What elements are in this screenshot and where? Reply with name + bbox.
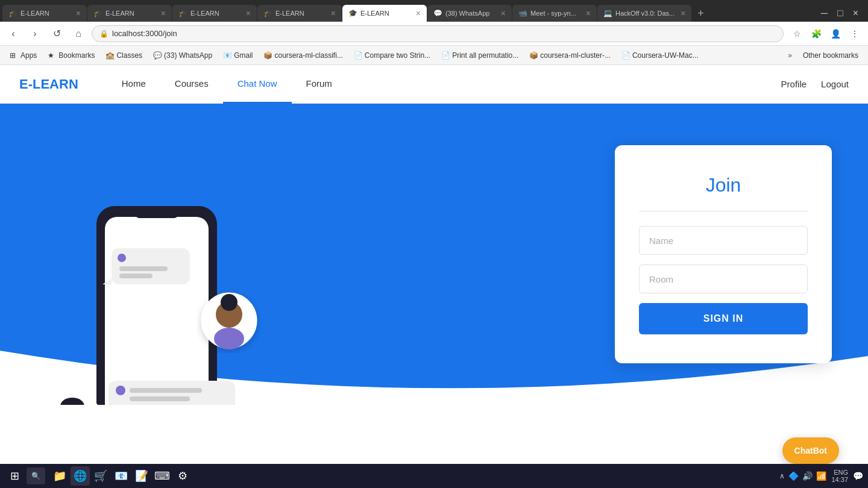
taskbar-lang: ENG	[834, 469, 848, 476]
wifi-icon[interactable]: 📶	[816, 471, 826, 481]
nav-forum[interactable]: Forum	[292, 65, 347, 104]
sign-in-button[interactable]: SIGN IN	[639, 303, 808, 334]
name-input[interactable]	[639, 226, 808, 255]
phone-screen-rect	[105, 217, 209, 405]
nav-logout[interactable]: Logout	[821, 79, 849, 89]
nav-courses[interactable]: Courses	[160, 65, 223, 104]
join-divider	[639, 211, 808, 211]
phone-illustration	[24, 200, 313, 405]
minimize-button[interactable]: ─	[819, 8, 830, 19]
taskbar: ⊞ 🔍 📁 🌐 🛒 📧 📝 ⌨ ⚙ ∧ 🔷 🔊 📶 ENG 14:37 💬	[0, 464, 868, 488]
phone-notch-rect	[136, 211, 178, 218]
chat-line-1	[119, 266, 168, 271]
avatar-top-body	[214, 328, 244, 349]
bookmark-compare[interactable]: 📄 Compare two Strin...	[349, 50, 435, 61]
refresh-button[interactable]: ↺	[48, 25, 65, 42]
bookmark-cluster[interactable]: 📦 coursera-ml-cluster-...	[524, 50, 615, 61]
github-icon-1: 📦	[263, 51, 272, 60]
bookmark-whatsapp[interactable]: 💬 (33) WhatsApp	[148, 50, 217, 61]
tab-5-title: E-LEARN	[360, 10, 410, 17]
tab-6-favicon: 💬	[433, 9, 442, 17]
new-tab-button[interactable]: +	[692, 5, 709, 22]
tab-7[interactable]: 📹 Meet - syp-yn... ×	[512, 5, 597, 22]
permutation-icon: 📄	[441, 51, 450, 60]
chat-line-3	[130, 388, 202, 393]
taskbar-time: 14:37	[831, 476, 848, 483]
phone-svg	[24, 200, 313, 405]
tab-7-close[interactable]: ×	[586, 8, 591, 18]
bookmark-permutation[interactable]: 📄 Print all permutatio...	[436, 50, 523, 61]
nav-profile[interactable]: Profile	[781, 79, 807, 89]
bookmark-classes[interactable]: 🏫 Classes	[101, 50, 147, 61]
nav-home[interactable]: Home	[107, 65, 160, 104]
join-title: Join	[639, 174, 808, 196]
tab-5-active[interactable]: 🎓 E-LEARN ×	[342, 5, 427, 22]
tab-5-close[interactable]: ×	[416, 8, 421, 18]
profile-avatar-button[interactable]: 👤	[827, 25, 844, 42]
taskbar-app-mail[interactable]: 📧	[112, 466, 131, 486]
bookmark-coursera1[interactable]: 📦 coursera-ml-classifi...	[259, 50, 347, 61]
home-button[interactable]: ⌂	[70, 25, 87, 42]
tab-8[interactable]: 💻 HackOff v3.0: Das... ×	[597, 5, 691, 22]
tab-4-close[interactable]: ×	[331, 8, 336, 18]
taskbar-time-display: ENG 14:37	[831, 469, 848, 483]
compare-icon: 📄	[354, 51, 362, 60]
notifications-icon[interactable]: 💬	[853, 471, 863, 481]
bookmark-cluster-label: coursera-ml-cluster-...	[540, 51, 611, 60]
bookmark-coursera2[interactable]: 📄 Coursera-UW-Mac...	[617, 50, 703, 61]
taskbar-right: ∧ 🔷 🔊 📶 ENG 14:37 💬	[779, 469, 863, 483]
url-bar[interactable]: 🔒 localhost:3000/join	[92, 25, 784, 42]
nav-chat-now[interactable]: Chat Now	[223, 65, 292, 104]
nav-links: Home Courses Chat Now Forum	[107, 65, 781, 104]
taskbar-app-file-explorer[interactable]: 📁	[50, 466, 69, 486]
tab-8-close[interactable]: ×	[681, 8, 685, 18]
taskbar-search[interactable]: 🔍	[27, 468, 45, 484]
chatbot-button[interactable]: ChatBot	[782, 437, 839, 464]
taskbar-app-vscode[interactable]: 📝	[132, 466, 151, 486]
taskbar-app-terminal[interactable]: ⌨	[153, 466, 172, 486]
tab-2[interactable]: 🎓 E-LEARN ×	[87, 5, 172, 22]
start-button[interactable]: ⊞	[5, 466, 24, 486]
tab-3-close[interactable]: ×	[246, 8, 251, 18]
nav-right: Profile Logout	[781, 79, 849, 89]
app-logo[interactable]: E-LEARN	[19, 77, 78, 92]
tab-6[interactable]: 💬 (38) WhatsApp ×	[427, 5, 512, 22]
avatar-top-hair	[221, 294, 237, 311]
tab-1-title: E-LEARN	[20, 10, 70, 17]
bookmark-classes-label: Classes	[116, 51, 142, 60]
tab-1-close[interactable]: ×	[76, 8, 81, 18]
bookmark-gmail[interactable]: 📧 Gmail	[218, 50, 257, 61]
up-arrow-icon[interactable]: ∧	[779, 472, 785, 480]
hero-section: Join SIGN IN	[0, 104, 868, 405]
tab-8-title: HackOff v3.0: Das...	[615, 10, 675, 17]
bookmark-apps[interactable]: ⊞ Apps	[5, 50, 42, 61]
bookmark-bookmarks-label: Bookmarks	[58, 51, 95, 60]
chat-line-2	[119, 274, 153, 278]
gmail-icon: 📧	[223, 51, 231, 60]
more-bookmarks-button[interactable]: »	[783, 50, 797, 61]
extensions-button[interactable]: 🧩	[808, 25, 825, 42]
back-button[interactable]: ‹	[5, 25, 22, 42]
forward-button[interactable]: ›	[27, 25, 43, 42]
maximize-button[interactable]: □	[835, 8, 846, 19]
tab-7-title: Meet - syp-yn...	[530, 10, 580, 17]
tab-4[interactable]: 🎓 E-LEARN ×	[257, 5, 342, 22]
chat-dot-1	[118, 254, 126, 262]
taskbar-app-store[interactable]: 🛒	[91, 466, 110, 486]
bookmark-bookmarks[interactable]: ★ Bookmarks	[43, 50, 99, 61]
tab-3-title: E-LEARN	[190, 10, 240, 17]
taskbar-system-icons: ∧ 🔷 🔊 📶	[779, 471, 826, 481]
tab-2-close[interactable]: ×	[161, 8, 166, 18]
tab-1[interactable]: 🎓 E-LEARN ×	[2, 5, 87, 22]
tab-6-close[interactable]: ×	[501, 8, 506, 18]
room-input[interactable]	[639, 264, 808, 293]
close-button[interactable]: ×	[851, 8, 861, 19]
menu-button[interactable]: ⋮	[846, 25, 863, 42]
tab-3[interactable]: 🎓 E-LEARN ×	[172, 5, 257, 22]
volume-icon[interactable]: 🔊	[802, 471, 813, 481]
tab-2-favicon: 🎓	[93, 9, 102, 17]
taskbar-app-settings[interactable]: ⚙	[173, 466, 192, 486]
other-bookmarks[interactable]: Other bookmarks	[798, 50, 863, 61]
taskbar-app-browser[interactable]: 🌐	[71, 466, 90, 486]
bookmark-star-button[interactable]: ☆	[788, 25, 805, 42]
